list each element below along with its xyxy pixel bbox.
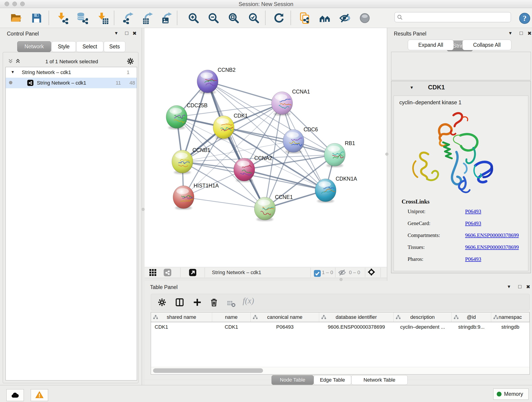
tab-edge-table[interactable]: Edge Table <box>314 375 351 385</box>
table-panel-menu-icon[interactable]: ▼ <box>507 284 511 289</box>
left-splitter-handle[interactable] <box>142 208 145 211</box>
crosslink-link[interactable]: P06493 <box>465 256 481 262</box>
cloud-status-button[interactable] <box>6 389 24 401</box>
column-header-canonical-name[interactable]: canonical name <box>251 313 319 322</box>
table-cell[interactable]: CDK1 <box>151 322 212 332</box>
scrollbar-thumb[interactable] <box>153 368 263 373</box>
column-header-database-identifier[interactable]: database identifier <box>319 313 394 322</box>
crosslink-row: Uniprot: P06493 <box>408 209 527 216</box>
control-panel-float-icon[interactable]: □ <box>125 30 128 36</box>
clone-network-button[interactable] <box>299 12 311 24</box>
column-header-description[interactable]: description <box>394 313 452 322</box>
memory-button[interactable]: Memory <box>493 389 529 400</box>
crosslink-row: Compartments: 9606.ENSP00000378699 <box>408 232 527 240</box>
main-toolbar: ? <box>0 8 532 28</box>
node-table[interactable]: shared namenamecanonical namedatabase id… <box>151 312 530 375</box>
warnings-button[interactable] <box>31 389 48 401</box>
selected-checkbox-icon[interactable] <box>313 269 320 276</box>
entry-collapse-icon[interactable]: ▼ <box>410 85 414 90</box>
application-window: Session: New Session ? Control Panel ▼ □… <box>0 0 532 402</box>
network-row-selected[interactable]: String Network – cdk1 11 48 <box>6 78 137 88</box>
crosslink-row: Tissues: 9606.ENSP00000378699 <box>408 244 527 252</box>
first-neighbors-button[interactable] <box>319 12 331 24</box>
svg-text:CDKN1A: CDKN1A <box>336 176 357 182</box>
collapse-all-networks-icon[interactable] <box>7 58 14 65</box>
export-network-button[interactable] <box>122 12 134 24</box>
tab-node-table[interactable]: Node Table <box>272 375 314 385</box>
refresh-button[interactable] <box>273 12 285 24</box>
column-header-shared-name[interactable]: shared name <box>151 313 212 322</box>
results-panel-close-icon[interactable]: ✖ <box>527 31 532 36</box>
import-network-button[interactable] <box>56 12 68 24</box>
network-edge-count: 48 <box>129 80 135 86</box>
column-header-name[interactable]: name <box>212 313 251 322</box>
table-row[interactable]: CDK1CDK1P064939606.ENSP00000378699cyclin… <box>151 322 530 332</box>
collection-expand-icon[interactable]: ▼ <box>11 70 15 75</box>
help-button[interactable]: ? <box>519 12 531 24</box>
table-options-gear-icon[interactable] <box>157 298 167 307</box>
import-table-button[interactable] <box>97 12 109 24</box>
column-header--id[interactable]: @id <box>452 313 491 322</box>
crosslink-link[interactable]: P06493 <box>465 220 481 226</box>
horizontal-scrollbar[interactable] <box>151 367 529 374</box>
tab-style[interactable]: Style <box>51 41 76 52</box>
export-image-button[interactable] <box>161 12 173 24</box>
tab-network-table[interactable]: Network Table <box>351 375 408 385</box>
crosslink-link[interactable]: P06493 <box>465 209 481 215</box>
save-session-button[interactable] <box>31 12 43 24</box>
table-cell[interactable]: stringdb <box>491 322 530 332</box>
show-columns-icon[interactable] <box>175 298 184 307</box>
expand-all-button[interactable]: Expand All <box>408 40 454 50</box>
collapse-all-button[interactable]: Collapse All <box>462 40 511 50</box>
tab-network[interactable]: Network <box>17 41 51 52</box>
export-table-button[interactable] <box>142 12 154 24</box>
table-cell[interactable]: stringdb:9... <box>452 322 491 332</box>
column-header-namespac[interactable]: namespac <box>491 313 530 322</box>
results-panel-menu-icon[interactable]: ▼ <box>508 31 513 36</box>
table-cell[interactable]: cyclin–dependent ... <box>394 322 452 332</box>
right-splitter-handle[interactable] <box>385 153 388 156</box>
tab-select[interactable]: Select <box>76 41 103 52</box>
table-panel-float-icon[interactable]: □ <box>518 283 521 290</box>
table-cell[interactable]: 9606.ENSP00000378699 <box>319 322 394 332</box>
delete-column-icon[interactable] <box>209 298 219 307</box>
birdseye-grid-icon[interactable] <box>149 268 157 277</box>
import-from-database-button[interactable] <box>76 12 88 24</box>
table-header-row: shared namenamecanonical namedatabase id… <box>151 313 530 322</box>
search-input[interactable] <box>405 13 507 21</box>
detach-view-icon[interactable] <box>189 268 197 277</box>
network-canvas[interactable]: CCNB2CCNA1CDC25BCDK1CDC6RB1CCNB1CCNA2CDK… <box>145 28 387 267</box>
results-panel-float-icon[interactable]: □ <box>520 30 523 36</box>
toolbar-separator <box>114 11 114 25</box>
search-icon <box>397 14 403 20</box>
search-box[interactable] <box>394 12 511 22</box>
results-buttons-box <box>391 52 531 80</box>
show-all-button[interactable] <box>359 12 371 24</box>
network-options-gear-icon[interactable] <box>127 57 134 65</box>
zoom-out-button[interactable] <box>208 12 220 24</box>
expand-all-networks-icon[interactable] <box>15 58 21 65</box>
svg-text:CDC25B: CDC25B <box>187 102 208 108</box>
table-cell[interactable]: CDK1 <box>212 322 251 332</box>
cloud-icon <box>7 397 24 401</box>
control-panel-close-icon[interactable]: ✖ <box>133 31 137 36</box>
open-session-button[interactable] <box>10 12 22 24</box>
fit-selected-crosshair-icon[interactable] <box>367 268 376 277</box>
table-panel-close-icon[interactable]: ✖ <box>526 284 530 290</box>
tab-sets[interactable]: Sets <box>104 41 125 52</box>
crosslink-link[interactable]: 9606.ENSP00000378699 <box>465 244 519 250</box>
zoom-selected-button[interactable] <box>248 12 260 24</box>
network-graph[interactable]: CCNB2CCNA1CDC25BCDK1CDC6RB1CCNB1CCNA2CDK… <box>145 28 387 267</box>
hide-selected-button[interactable] <box>339 12 351 24</box>
control-panel-menu-icon[interactable]: ▼ <box>114 31 119 36</box>
control-panel: Control Panel ▼ □ ✖ Network Style Select… <box>0 28 142 385</box>
hidden-eye-icon[interactable] <box>338 268 346 277</box>
add-column-icon[interactable] <box>193 298 202 307</box>
network-overview-icon[interactable] <box>163 268 172 277</box>
network-collection-row[interactable]: ▼ String Network – cdk1 1 <box>6 67 137 78</box>
horizontal-splitter-handle[interactable] <box>340 278 342 281</box>
zoom-fit-button[interactable] <box>228 12 240 24</box>
table-cell[interactable]: P06493 <box>251 322 319 332</box>
zoom-in-button[interactable] <box>188 12 200 24</box>
crosslink-link[interactable]: 9606.ENSP00000378699 <box>465 232 519 238</box>
